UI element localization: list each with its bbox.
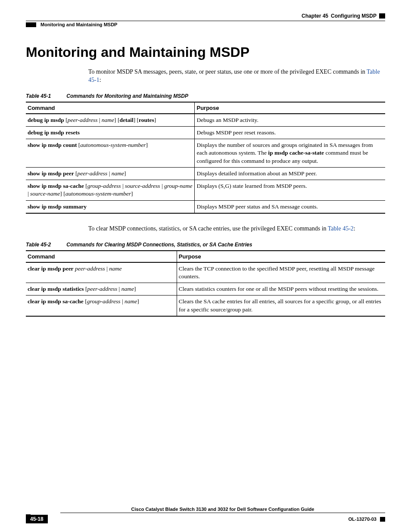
table-2-header-command: Command [26,251,177,262]
table-1-title: Commands for Monitoring and Maintaining … [66,93,188,99]
purpose-cell: Displays the number of sources and group… [195,139,385,168]
commands-monitoring-table: Command Purpose debug ip msdp [peer-addr… [26,102,385,214]
commands-clearing-table: Command Purpose clear ip msdp peer peer-… [26,250,385,317]
table-row: clear ip msdp sa-cache [group-address | … [26,296,385,316]
table-row: show ip msdp sa-cache [group-address | s… [26,180,385,200]
purpose-cell: Debugs MSDP peer reset reasons. [195,127,385,139]
command-cell: show ip msdp sa-cache [group-address | s… [26,180,195,200]
header-start-marker [26,22,36,27]
command-cell: show ip msdp count [autonomous-system-nu… [26,139,195,168]
page-title: Monitoring and Maintaining MSDP [26,44,385,60]
footer-book-title: Cisco Catalyst Blade Switch 3130 and 303… [60,507,385,513]
footer-end-marker [380,517,385,522]
command-cell: clear ip msdp peer peer-address | name [26,262,177,283]
table-2-title: Commands for Clearing MSDP Connections, … [66,242,252,248]
table-1-body: debug ip msdp [peer-address | name] [det… [26,114,385,213]
table-1-header-purpose: Purpose [195,102,385,114]
table-row: debug ip msdp resetsDebugs MSDP peer res… [26,127,385,139]
purpose-cell: Displays detailed information about an M… [195,167,385,180]
purpose-cell: Clears statistics counters for one or al… [177,283,385,296]
purpose-cell: Clears the TCP connection to the specifi… [177,262,385,283]
table-2-header-purpose: Purpose [177,251,385,262]
chapter-label: Chapter 45 [302,13,328,19]
chapter-title: Configuring MSDP [331,13,377,19]
intro-paragraph: To monitor MSDP SA messages, peers, stat… [88,68,385,84]
table-row: clear ip msdp peer peer-address | nameCl… [26,262,385,283]
table-row: show ip msdp summaryDisplays MSDP peer s… [26,200,385,213]
table-row: debug ip msdp [peer-address | name] [det… [26,114,385,127]
mid-paragraph: To clear MSDP connections, statistics, o… [88,225,385,233]
running-header-left: Monitoring and Maintaining MSDP [26,22,385,27]
section-name: Monitoring and Maintaining MSDP [40,22,117,27]
command-cell: debug ip msdp resets [26,127,195,139]
footer-doc-id: OL-13270-03 [349,516,385,522]
table-2-caption: Table 45-2Commands for Clearing MSDP Con… [26,242,385,248]
table-2-body: clear ip msdp peer peer-address | nameCl… [26,262,385,316]
command-cell: debug ip msdp [peer-address | name] [det… [26,114,195,127]
table-1-number: Table 45-1 [26,93,51,99]
page-footer: Cisco Catalyst Blade Switch 3130 and 303… [26,507,385,523]
table-1-caption: Table 45-1Commands for Monitoring and Ma… [26,93,385,99]
purpose-cell: Displays (S,G) state learned from MSDP p… [195,180,385,200]
footer-left-marker [26,514,31,519]
table-row: show ip msdp count [autonomous-system-nu… [26,139,385,168]
command-cell: clear ip msdp statistics [peer-address |… [26,283,177,296]
table-2-number: Table 45-2 [26,242,51,248]
purpose-cell: Debugs an MSDP activity. [195,114,385,127]
table-row: show ip msdp peer [peer-address | name]D… [26,167,385,180]
command-cell: show ip msdp peer [peer-address | name] [26,167,195,180]
header-end-marker [379,13,385,19]
purpose-cell: Displays MSDP peer status and SA message… [195,200,385,213]
table-1-header-command: Command [26,102,195,114]
table-row: clear ip msdp statistics [peer-address |… [26,283,385,296]
command-cell: clear ip msdp sa-cache [group-address | … [26,296,177,316]
header-rule [26,21,385,21]
command-cell: show ip msdp summary [26,200,195,213]
table-45-2-link[interactable]: Table 45-2 [328,225,354,232]
purpose-cell: Clears the SA cache entries for all entr… [177,296,385,316]
running-header-right: Chapter 45 Configuring MSDP [26,13,385,19]
